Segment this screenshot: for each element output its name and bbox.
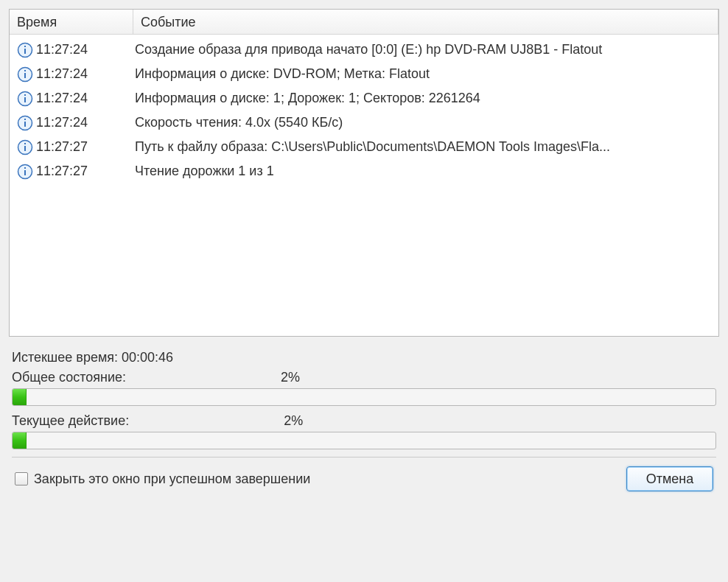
- log-time: 11:27:24: [36, 115, 133, 130]
- log-time: 11:27:27: [36, 139, 133, 155]
- elapsed-label: Истекшее время:: [12, 350, 118, 365]
- elapsed-time: Истекшее время: 00:00:46: [12, 350, 716, 365]
- info-icon: [17, 164, 36, 180]
- log-time: 11:27:27: [36, 164, 133, 179]
- footer: Закрыть это окно при успешном завершении…: [12, 466, 716, 494]
- info-icon: [17, 42, 36, 58]
- svg-rect-13: [24, 146, 26, 151]
- log-row[interactable]: 11:27:27Чтение дорожки 1 из 1: [10, 159, 718, 183]
- log-time: 11:27:24: [36, 42, 133, 57]
- info-icon: [17, 115, 36, 131]
- svg-rect-10: [24, 122, 26, 127]
- log-header-event[interactable]: Событие: [133, 10, 718, 34]
- divider: [12, 457, 716, 457]
- current-label: Текущее действие:: [12, 413, 129, 429]
- log-event: Путь к файлу образа: C:\Users\Public\Doc…: [133, 139, 711, 155]
- log-event: Чтение дорожки 1 из 1: [133, 164, 711, 179]
- current-progress-block: Текущее действие: 2%: [12, 413, 716, 449]
- log-time: 11:27:24: [36, 91, 133, 106]
- svg-rect-11: [24, 119, 26, 120]
- log-event: Создание образа для привода начато [0:0]…: [133, 42, 711, 57]
- current-progress-fill: [13, 432, 27, 449]
- log-header: Время Событие: [10, 10, 718, 35]
- info-icon: [17, 66, 36, 83]
- info-icon: [17, 91, 36, 107]
- log-event: Скорость чтения: 4.0x (5540 КБ/с): [133, 115, 711, 130]
- info-icon: [17, 139, 36, 155]
- log-header-time[interactable]: Время: [10, 10, 133, 34]
- svg-rect-14: [24, 143, 26, 144]
- close-on-success-label: Закрыть это окно при успешном завершении: [34, 471, 310, 487]
- status-area: Истекшее время: 00:00:46 Общее состояние…: [9, 337, 719, 494]
- cancel-button[interactable]: Отмена: [626, 466, 713, 491]
- log-row[interactable]: 11:27:27Путь к файлу образа: C:\Users\Pu…: [10, 135, 718, 159]
- log-time: 11:27:24: [36, 66, 133, 82]
- svg-rect-1: [24, 49, 26, 54]
- overall-progress-bar: [12, 388, 716, 406]
- svg-rect-7: [24, 97, 26, 102]
- svg-rect-16: [24, 170, 26, 175]
- close-on-success-checkbox[interactable]: [15, 472, 28, 485]
- svg-rect-17: [24, 167, 26, 169]
- overall-progress-block: Общее состояние: 2%: [12, 370, 716, 406]
- log-event: Информация о диске: DVD-ROM; Метка: Flat…: [133, 66, 711, 82]
- svg-rect-4: [24, 73, 26, 78]
- svg-rect-8: [24, 94, 26, 96]
- current-percent-text: 2%: [284, 413, 303, 429]
- overall-percent-text: 2%: [281, 370, 300, 385]
- log-event: Информация о диске: 1; Дорожек: 1; Секто…: [133, 91, 711, 106]
- log-row[interactable]: 11:27:24Информация о диске: 1; Дорожек: …: [10, 86, 718, 111]
- log-body: 11:27:24Создание образа для привода нача…: [10, 35, 718, 336]
- log-row[interactable]: 11:27:24Создание образа для привода нача…: [10, 38, 718, 62]
- svg-rect-5: [24, 70, 26, 71]
- overall-label: Общее состояние:: [12, 370, 126, 385]
- close-on-success-option[interactable]: Закрыть это окно при успешном завершении: [15, 471, 310, 487]
- log-panel: Время Событие 11:27:24Создание образа дл…: [9, 9, 719, 337]
- log-row[interactable]: 11:27:24Скорость чтения: 4.0x (5540 КБ/с…: [10, 111, 718, 135]
- svg-rect-2: [24, 46, 26, 47]
- current-progress-bar: [12, 432, 716, 449]
- overall-progress-fill: [13, 389, 27, 405]
- elapsed-value: 00:00:46: [122, 350, 173, 365]
- log-row[interactable]: 11:27:24Информация о диске: DVD-ROM; Мет…: [10, 62, 718, 86]
